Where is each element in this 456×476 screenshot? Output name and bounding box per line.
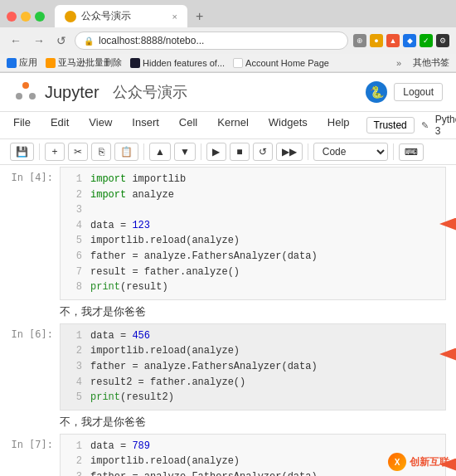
new-tab-button[interactable]: + (191, 7, 208, 26)
code-line: 6father = analyze.FathersAnalyzer(data) (67, 249, 439, 265)
tab-favicon (65, 11, 76, 22)
code-line: 5print(result2) (67, 390, 439, 406)
run-all-button[interactable]: ▶▶ (276, 143, 303, 161)
menu-widgets[interactable]: Widgets (265, 114, 311, 137)
tab-close-icon[interactable]: × (172, 12, 177, 22)
bookmark-hidden-label: Hidden features of... (143, 58, 225, 68)
hidden-favicon (130, 58, 140, 68)
watermark-logo-text: X (395, 458, 400, 467)
bookmark-apps-label: 应用 (19, 56, 37, 69)
save-button[interactable]: 💾 (10, 143, 34, 161)
menu-help[interactable]: Help (324, 114, 353, 137)
ext-settings[interactable]: ⚙ (436, 34, 449, 47)
browser-extensions: ⊕ ● ▲ ◆ ✓ ⚙ (353, 34, 449, 47)
svg-point-2 (29, 93, 36, 100)
notebook-title: 公众号演示 (113, 82, 187, 102)
code-line: 1data = 789 (67, 439, 439, 454)
bookmark-more[interactable]: » (396, 58, 401, 68)
code-line-arrow-2: 2importlib.reload(analyze) (67, 343, 439, 359)
cell-1: In [4]: 1import importlib 2import analyz… (0, 165, 456, 302)
ext-1[interactable]: ⊕ (353, 34, 366, 47)
cell-2-label: In [6]: (10, 323, 60, 340)
cut-button[interactable]: ✂ (68, 143, 88, 161)
restart-button[interactable]: ↺ (253, 143, 273, 161)
bookmark-account-label: Account Home Page (245, 58, 329, 68)
menu-kernel[interactable]: Kernel (214, 114, 252, 137)
menu-edit[interactable]: Edit (47, 114, 72, 137)
code-line-arrow-3: 2importlib.reload(analyze) (67, 454, 439, 469)
cell-type-select[interactable]: Code Markdown Raw (313, 143, 388, 161)
paste-button[interactable]: 📋 (114, 143, 138, 161)
code-line: 7result = father.analyze() (67, 265, 439, 280)
menu-file[interactable]: File (10, 114, 34, 137)
forward-button[interactable]: → (30, 32, 48, 49)
cell-2-code[interactable]: 1data = 456 2importlib.reload(analyze) 3… (60, 323, 446, 410)
menu-cell[interactable]: Cell (176, 114, 201, 137)
cell-1-wrapper: In [4]: 1import importlib 2import analyz… (0, 165, 456, 322)
maximize-button[interactable] (35, 12, 45, 22)
bookmark-other[interactable]: 其他书签 (413, 56, 449, 69)
code-line: 2import analyze (67, 187, 439, 203)
cell-2-output: 不，我才是你爸爸 (0, 412, 456, 432)
address-input[interactable]: 🔒 localhost:8888/notebo... (75, 32, 348, 50)
jupyter-header: Jupyter 公众号演示 🐍 Logout (0, 73, 456, 112)
logout-button[interactable]: Logout (394, 83, 443, 101)
jupyter-wordmark: Jupyter (45, 83, 99, 102)
menu-view[interactable]: View (85, 114, 115, 137)
code-line: 1import importlib (67, 172, 439, 187)
toolbar: 💾 + ✂ ⎘ 📋 ▲ ▼ ▶ ■ ↺ ▶▶ Code Markdown Raw… (0, 139, 456, 165)
svg-point-0 (22, 82, 29, 89)
watermark: X 创新互联 (388, 453, 449, 471)
address-text: localhost:8888/notebo... (99, 35, 339, 46)
code-line: 4result2 = father.analyze() (67, 375, 439, 391)
amazon-favicon (46, 58, 56, 68)
active-tab[interactable]: 公众号演示 × (55, 5, 187, 27)
code-line: 4data = 123 (67, 218, 439, 234)
bookmark-account[interactable]: Account Home Page (233, 58, 329, 68)
cell-2: In [6]: 1data = 456 2importlib.reload(an… (0, 322, 456, 412)
code-line: 1data = 456 (67, 328, 439, 344)
jupyter-logo-icon (13, 80, 38, 104)
bookmark-apps[interactable]: 应用 (7, 56, 37, 69)
trusted-button[interactable]: Trusted (366, 117, 415, 134)
ext-4[interactable]: ◆ (403, 34, 416, 47)
ext-2[interactable]: ● (370, 34, 383, 47)
ext-5[interactable]: ✓ (420, 34, 433, 47)
edit-icon[interactable]: ✎ (421, 120, 429, 131)
tab-bar: 公众号演示 × + (0, 0, 456, 27)
bookmark-hidden[interactable]: Hidden features of... (130, 58, 225, 68)
add-cell-button[interactable]: + (45, 143, 65, 161)
menu-bar: File Edit View Insert Cell Kernel Widget… (0, 112, 456, 139)
account-favicon (233, 58, 243, 68)
menu-insert[interactable]: Insert (129, 114, 163, 137)
traffic-lights (7, 12, 45, 22)
refresh-button[interactable]: ↺ (53, 32, 70, 49)
cell-1-output: 不，我才是你爸爸 (0, 302, 456, 322)
python-symbol: 🐍 (370, 85, 384, 99)
cell-3-label: In [7]: (10, 434, 60, 450)
other-bookmarks-label: 其他书签 (413, 56, 449, 69)
apps-favicon (7, 58, 17, 68)
minimize-button[interactable] (21, 12, 31, 22)
interrupt-button[interactable]: ■ (230, 143, 250, 161)
code-line-arrow-1: 5importlib.reload(analyze) (67, 233, 439, 249)
back-button[interactable]: ← (7, 32, 25, 49)
run-button[interactable]: ▶ (206, 143, 226, 161)
sep-4 (308, 143, 308, 160)
kernel-label: Python 3 (435, 114, 456, 137)
browser-chrome: 公众号演示 × + ← → ↺ 🔒 localhost:8888/notebo.… (0, 0, 456, 73)
move-down-button[interactable]: ▼ (174, 143, 196, 161)
keyboard-button[interactable]: ⌨ (399, 143, 424, 161)
move-up-button[interactable]: ▲ (149, 143, 171, 161)
jupyter-logo: Jupyter 公众号演示 (13, 80, 187, 104)
close-button[interactable] (7, 12, 17, 22)
copy-button[interactable]: ⎘ (91, 143, 111, 161)
code-line: 3father = analyze.FathersAnalyzer(data) (67, 359, 439, 375)
code-line: 3father = analyze.FathersAnalyzer(data) (67, 469, 439, 476)
ext-3[interactable]: ▲ (386, 34, 400, 47)
bookmark-amazon[interactable]: 亚马逊批量删除 (46, 56, 122, 69)
address-bar: ← → ↺ 🔒 localhost:8888/notebo... ⊕ ● ▲ ◆… (0, 27, 456, 54)
cell-1-code[interactable]: 1import importlib 2import analyze 3 4dat… (60, 167, 446, 300)
sep-3 (201, 143, 201, 160)
sep-1 (39, 143, 40, 160)
